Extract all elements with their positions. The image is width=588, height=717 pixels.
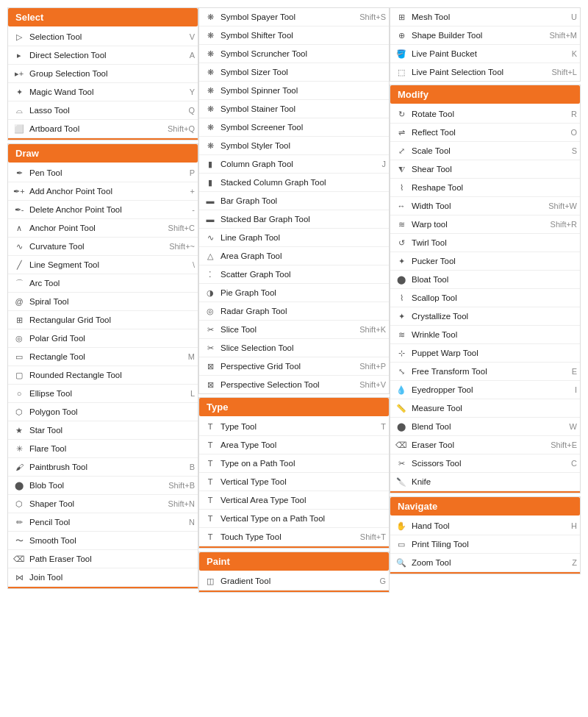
tool-row[interactable]: ⬡Polygon Tool — [8, 403, 198, 421]
tool-row[interactable]: ⌫Eraser ToolShift+E — [390, 436, 580, 454]
tool-row[interactable]: ≋Wrinkle Tool — [390, 326, 580, 344]
tool-row[interactable]: 〜Smooth Tool — [8, 532, 198, 550]
tool-row[interactable]: ✋Hand ToolH — [390, 517, 580, 535]
tool-row[interactable]: ⤢Scale ToolS — [390, 142, 580, 160]
tool-name: Live Paint Bucket — [412, 49, 569, 58]
tool-row[interactable]: ⤡Free Transform ToolE — [390, 363, 580, 381]
tool-row[interactable]: ↻Rotate ToolR — [390, 105, 580, 124]
tool-row[interactable]: ✏Pencil ToolN — [8, 513, 198, 532]
tool-row[interactable]: ❋Symbol Spayer ToolShift+S — [199, 8, 389, 26]
tool-row[interactable]: TType ToolT — [199, 418, 389, 436]
tool-row[interactable]: ⧨Shear Tool — [390, 160, 580, 179]
tool-row[interactable]: ▷Selection ToolV — [8, 28, 198, 46]
tool-row[interactable]: ▸Direct Selection ToolA — [8, 46, 198, 65]
tool-row[interactable]: ⊕Shape Builder ToolShift+M — [390, 26, 580, 45]
tool-row[interactable]: ◫Gradient ToolG — [199, 572, 389, 591]
tool-shortcut: P — [190, 168, 195, 177]
tool-row[interactable]: 🖌Paintbrush ToolB — [8, 458, 198, 477]
tool-row[interactable]: ▭Print Tiling Tool — [390, 535, 580, 554]
tool-row[interactable]: ∿Curvature ToolShift+~ — [8, 238, 198, 256]
tool-row[interactable]: ↔Width ToolShift+W — [390, 197, 580, 215]
tool-row[interactable]: TTouch Type ToolShift+T — [199, 528, 389, 546]
tool-row[interactable]: ✦Crystallize Tool — [390, 307, 580, 326]
tool-row[interactable]: ╱Line Segment Tool\ — [8, 256, 198, 274]
tool-row[interactable]: ▸+Group Selection Tool — [8, 65, 198, 83]
tool-row[interactable]: ⬤Bloat Tool — [390, 271, 580, 289]
tool-row[interactable]: ❋Symbol Spinner Tool — [199, 82, 389, 100]
tool-row[interactable]: ▮Column Graph ToolJ — [199, 155, 389, 174]
tool-row[interactable]: ○Ellipse ToolL — [8, 385, 198, 403]
tool-row[interactable]: 📏Measure Tool — [390, 399, 580, 418]
tool-row[interactable]: ▮Stacked Column Graph Tool — [199, 174, 389, 192]
tool-row[interactable]: TArea Type Tool — [199, 436, 389, 454]
tool-name: Pie Graph Tool — [220, 288, 386, 297]
tool-row[interactable]: ⬡Shaper ToolShift+N — [8, 495, 198, 513]
tool-row[interactable]: ⌇Scallop Tool — [390, 289, 580, 307]
tool-row[interactable]: ⬜Artboard ToolShift+Q — [8, 120, 198, 138]
tool-row[interactable]: ⊞Rectangular Grid Tool — [8, 311, 198, 329]
tool-row[interactable]: ✒Pen ToolP — [8, 164, 198, 182]
tool-icon: ⬡ — [12, 405, 26, 418]
tool-row[interactable]: ✦Pucker Tool — [390, 252, 580, 271]
tool-row[interactable]: ⊠Perspective Selection ToolShift+V — [199, 376, 389, 393]
tool-row[interactable]: ✂Slice ToolShift+K — [199, 321, 389, 339]
tool-row[interactable]: ✂Slice Selection Tool — [199, 339, 389, 357]
tool-row[interactable]: ∧Anchor Point ToolShift+C — [8, 219, 198, 238]
tool-row[interactable]: ⌇Reshape Tool — [390, 179, 580, 197]
tool-row[interactable]: ◎Radar Graph Tool — [199, 302, 389, 321]
tool-row[interactable]: ⌒Arc Tool — [8, 274, 198, 293]
tool-row[interactable]: TVertical Type on a Path Tool — [199, 510, 389, 528]
tool-icon: T — [204, 530, 217, 543]
tool-row[interactable]: ◎Polar Grid Tool — [8, 329, 198, 348]
tool-row[interactable]: ✒+Add Anchor Point Tool+ — [8, 182, 198, 201]
tool-row[interactable]: ≋Warp toolShift+R — [390, 215, 580, 234]
tool-row[interactable]: ⊞Mesh ToolU — [390, 8, 580, 26]
tool-row[interactable]: TVertical Area Type Tool — [199, 491, 389, 510]
tool-row[interactable]: 🪣Live Paint BucketK — [390, 45, 580, 63]
tool-row[interactable]: ❋Symbol Sizer Tool — [199, 63, 389, 82]
tool-icon: ⊞ — [12, 313, 26, 327]
tool-row[interactable]: ❋Symbol Screener Tool — [199, 118, 389, 137]
tool-name: Rectangle Tool — [29, 352, 185, 361]
tool-row[interactable]: ✒-Delete Anchor Point Tool- — [8, 201, 198, 219]
tool-row[interactable]: ⬤Blob ToolShift+B — [8, 477, 198, 495]
tool-icon: ▸ — [12, 49, 26, 62]
tool-row[interactable]: ⊠Perspective Grid ToolShift+P — [199, 357, 389, 376]
tool-row[interactable]: ◑Pie Graph Tool — [199, 284, 389, 302]
tool-row[interactable]: ⁚Scatter Graph Tool — [199, 265, 389, 284]
tool-row[interactable]: 🔍Zoom ToolZ — [390, 554, 580, 572]
tool-row[interactable]: ✦Magic Wand ToolY — [8, 83, 198, 101]
tool-row[interactable]: ⬚Live Paint Selection ToolShift+L — [390, 63, 580, 81]
tool-row[interactable]: ▬Stacked Bar Graph Tool — [199, 210, 389, 229]
tool-row[interactable]: TType on a Path Tool — [199, 454, 389, 473]
tool-row[interactable]: ⬤Blend ToolW — [390, 418, 580, 436]
tool-row[interactable]: ⌓Lasso ToolQ — [8, 101, 198, 120]
tool-row[interactable]: ❋Symbol Stainer Tool — [199, 100, 389, 118]
tool-row[interactable]: ▭Rectangle ToolM — [8, 348, 198, 366]
tool-icon: ⊠ — [204, 378, 217, 391]
tool-name: Pencil Tool — [29, 518, 186, 527]
tool-row[interactable]: ✳Flare Tool — [8, 440, 198, 458]
tool-row[interactable]: ⋈Join Tool — [8, 568, 198, 587]
tool-row[interactable]: TVertical Type Tool — [199, 473, 389, 491]
tool-name: Gradient Tool — [220, 577, 376, 585]
tool-row[interactable]: 💧Eyedropper ToolI — [390, 381, 580, 399]
tool-row[interactable]: @Spiral Tool — [8, 293, 198, 311]
tool-row[interactable]: ▢Rounded Rectangle Tool — [8, 366, 198, 385]
tool-row[interactable]: ⌫Path Eraser Tool — [8, 550, 198, 568]
tool-row[interactable]: ✂Scissors ToolC — [390, 454, 580, 473]
tool-row[interactable]: ⊹Puppet Warp Tool — [390, 344, 580, 363]
tool-row[interactable]: ★Star Tool — [8, 421, 198, 440]
tool-row[interactable]: ❋Symbol Shifter Tool — [199, 26, 389, 45]
tool-row[interactable]: △Area Graph Tool — [199, 247, 389, 265]
tool-shortcut: Shift+B — [168, 481, 195, 490]
tool-row[interactable]: ❋Symbol Scruncher Tool — [199, 45, 389, 63]
tool-row[interactable]: ❋Symbol Styler Tool — [199, 137, 389, 155]
tool-row[interactable]: ▬Bar Graph Tool — [199, 192, 389, 210]
tool-name: Vertical Type Tool — [220, 477, 386, 486]
tool-name: Knife — [412, 477, 577, 486]
tool-row[interactable]: ⇌Reflect ToolO — [390, 124, 580, 142]
tool-row[interactable]: 🔪Knife — [390, 473, 580, 491]
tool-row[interactable]: ∿Line Graph Tool — [199, 229, 389, 247]
tool-row[interactable]: ↺Twirl Tool — [390, 234, 580, 252]
